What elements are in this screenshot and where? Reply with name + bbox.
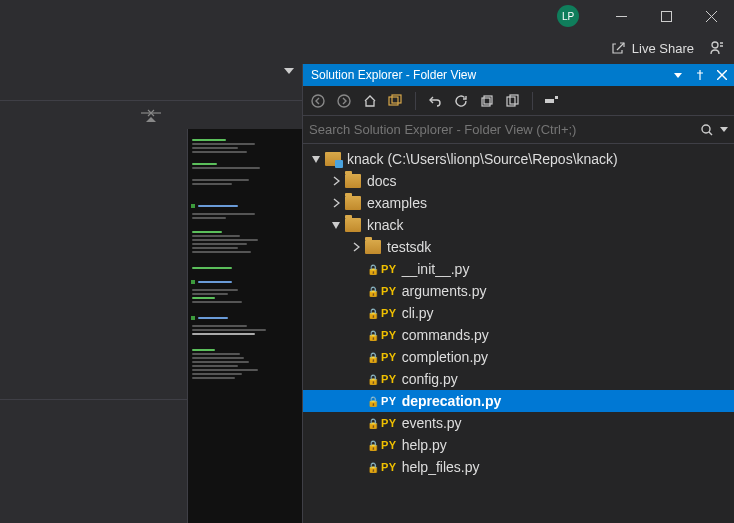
- tree-item-label: events.py: [402, 415, 462, 431]
- python-file-icon: PY: [381, 351, 397, 363]
- tree-file-item[interactable]: 🔒PY__init__.py: [303, 258, 734, 280]
- lock-icon: 🔒: [367, 286, 379, 297]
- panel-close-icon[interactable]: [714, 70, 730, 80]
- home-icon[interactable]: [361, 92, 379, 110]
- panel-title: Solution Explorer - Folder View: [311, 68, 476, 82]
- python-file-icon: PY: [381, 263, 397, 275]
- svg-point-8: [338, 95, 350, 107]
- tree-item-label: help_files.py: [402, 459, 480, 475]
- code-minimap[interactable]: [187, 129, 302, 523]
- tree-item-label: help.py: [402, 437, 447, 453]
- tree-item-label: docs: [367, 173, 397, 189]
- lock-icon: 🔒: [367, 352, 379, 363]
- tree-root-label: knack (C:\Users\lionp\Source\Repos\knack…: [347, 151, 618, 167]
- panel-dropdown-icon[interactable]: [670, 73, 686, 78]
- collapse-all-icon[interactable]: [478, 92, 496, 110]
- tree-file-item[interactable]: 🔒PYevents.py: [303, 412, 734, 434]
- user-avatar[interactable]: LP: [557, 5, 579, 27]
- lock-icon: 🔒: [367, 374, 379, 385]
- properties-icon[interactable]: [543, 92, 561, 110]
- python-file-icon: PY: [381, 395, 397, 407]
- lock-icon: 🔒: [367, 418, 379, 429]
- python-file-icon: PY: [381, 417, 397, 429]
- refresh-icon[interactable]: [452, 92, 470, 110]
- svg-point-17: [702, 125, 710, 133]
- svg-rect-10: [392, 95, 401, 103]
- expander-closed-icon[interactable]: [329, 196, 343, 210]
- lock-icon: 🔒: [367, 440, 379, 451]
- tree-item-label: cli.py: [402, 305, 434, 321]
- tree-item-label: knack: [367, 217, 404, 233]
- folder-icon: [345, 218, 361, 232]
- solution-explorer-panel: Solution Explorer - Folder View: [302, 64, 734, 523]
- svg-rect-13: [507, 97, 515, 106]
- window-minimize-button[interactable]: [599, 0, 644, 32]
- upper-toolbar: Live Share: [0, 32, 734, 64]
- svg-rect-16: [555, 96, 558, 99]
- search-input[interactable]: [309, 122, 700, 137]
- panel-toolbar: [303, 86, 734, 116]
- python-file-icon: PY: [381, 461, 397, 473]
- undo-icon[interactable]: [426, 92, 444, 110]
- lock-icon: 🔒: [367, 264, 379, 275]
- tree-file-item[interactable]: 🔒PYcommands.py: [303, 324, 734, 346]
- panel-titlebar[interactable]: Solution Explorer - Folder View: [303, 64, 734, 86]
- tree-file-item[interactable]: 🔒PYcompletion.py: [303, 346, 734, 368]
- editor-dropdown-button[interactable]: [284, 68, 294, 74]
- svg-rect-1: [662, 11, 672, 21]
- svg-rect-12: [484, 96, 492, 104]
- expander-closed-icon[interactable]: [329, 174, 343, 188]
- tree-item-label: deprecation.py: [402, 393, 502, 409]
- tree-file-item[interactable]: 🔒PYconfig.py: [303, 368, 734, 390]
- live-share-button[interactable]: Live Share: [610, 40, 694, 56]
- svg-rect-15: [545, 99, 554, 103]
- python-file-icon: PY: [381, 285, 397, 297]
- live-share-label: Live Share: [632, 41, 694, 56]
- expander-open-icon[interactable]: [309, 152, 323, 166]
- switch-views-icon[interactable]: [387, 92, 405, 110]
- tree-item-label: config.py: [402, 371, 458, 387]
- tree-item-label: commands.py: [402, 327, 489, 343]
- tree-file-item[interactable]: 🔒PYhelp.py: [303, 434, 734, 456]
- splitter-grip-icon: [141, 109, 161, 117]
- editor-pane: [0, 64, 302, 523]
- tree-folder-knack[interactable]: knack: [303, 214, 734, 236]
- expander-closed-icon[interactable]: [349, 240, 363, 254]
- expander-open-icon[interactable]: [329, 218, 343, 232]
- tree-folder-examples[interactable]: examples: [303, 192, 734, 214]
- tree-item-label: completion.py: [402, 349, 488, 365]
- python-file-icon: PY: [381, 329, 397, 341]
- python-file-icon: PY: [381, 373, 397, 385]
- tree-item-label: __init__.py: [402, 261, 470, 277]
- tree-item-label: testsdk: [387, 239, 431, 255]
- folder-icon: [365, 240, 381, 254]
- tree-item-label: arguments.py: [402, 283, 487, 299]
- lock-icon: 🔒: [367, 308, 379, 319]
- window-maximize-button[interactable]: [644, 0, 689, 32]
- nav-forward-icon[interactable]: [335, 92, 353, 110]
- editor-splitter[interactable]: [0, 101, 302, 129]
- tree-folder-docs[interactable]: docs: [303, 170, 734, 192]
- search-icon[interactable]: [700, 123, 728, 137]
- tree-folder-testsdk[interactable]: testsdk: [303, 236, 734, 258]
- tree-root-item[interactable]: knack (C:\Users\lionp\Source\Repos\knack…: [303, 148, 734, 170]
- svg-point-7: [312, 95, 324, 107]
- window-close-button[interactable]: [689, 0, 734, 32]
- svg-point-4: [712, 42, 718, 48]
- solution-tree[interactable]: knack (C:\Users\lionp\Source\Repos\knack…: [303, 144, 734, 523]
- window-titlebar: LP: [0, 0, 734, 32]
- tree-file-item[interactable]: 🔒PYhelp_files.py: [303, 456, 734, 478]
- tree-file-item[interactable]: 🔒PYcli.py: [303, 302, 734, 324]
- python-file-icon: PY: [381, 439, 397, 451]
- show-all-files-icon[interactable]: [504, 92, 522, 110]
- nav-back-icon[interactable]: [309, 92, 327, 110]
- python-file-icon: PY: [381, 307, 397, 319]
- svg-line-18: [709, 132, 712, 135]
- svg-rect-14: [510, 95, 518, 104]
- tree-file-item[interactable]: 🔒PYdeprecation.py: [303, 390, 734, 412]
- svg-rect-9: [389, 97, 398, 105]
- solution-folder-icon: [325, 152, 341, 166]
- panel-pin-icon[interactable]: [692, 69, 708, 81]
- tree-file-item[interactable]: 🔒PYarguments.py: [303, 280, 734, 302]
- feedback-icon[interactable]: [708, 39, 726, 57]
